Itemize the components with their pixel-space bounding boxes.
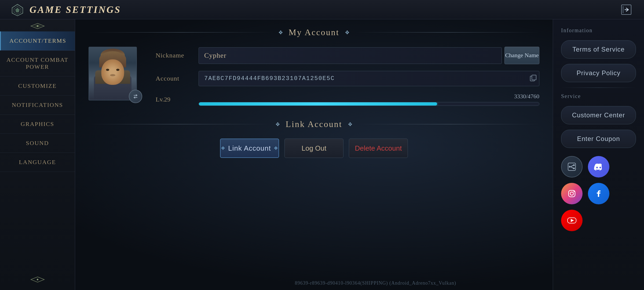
enter-coupon-button[interactable]: Enter Coupon <box>561 130 636 148</box>
account-id-row: Account 7AE8C7FD94444FB693B23107A1250E5C <box>156 71 539 86</box>
svg-point-16 <box>573 164 575 166</box>
link-account-section-title: ❖ Link Account ❖ <box>89 119 539 129</box>
sidebar-deco-bottom <box>30 276 46 285</box>
level-label: Lv.29 <box>156 96 193 103</box>
share-button[interactable] <box>561 156 583 177</box>
account-profile: Nickname Cypher Change Name Account 7AE8… <box>89 47 539 106</box>
instagram-button[interactable] <box>561 183 583 204</box>
right-panel: Information Terms of Service Privacy Pol… <box>553 19 644 290</box>
right-panel-divider <box>561 88 636 88</box>
my-account-title: My Account <box>288 27 339 37</box>
account-id-container: 7AE8C7FD94444FB693B23107A1250E5C <box>199 71 539 86</box>
link-title-line-left <box>89 124 270 124</box>
social-icons-row <box>561 156 636 231</box>
link-account-button[interactable]: Link Account <box>220 139 279 158</box>
level-xp: 3330/4760 <box>514 93 539 100</box>
header: Game Settings <box>0 0 644 19</box>
link-buttons-row: Link Account Log Out Delete Account <box>89 139 539 158</box>
header-left: Game Settings <box>11 3 121 16</box>
avatar-portrait <box>89 47 136 100</box>
avatar-switch-button[interactable] <box>129 90 142 103</box>
privacy-policy-button[interactable]: Privacy Policy <box>561 64 636 82</box>
nickname-label: Nickname <box>156 52 193 59</box>
nickname-value: Cypher <box>199 47 502 64</box>
info-section-label: Information <box>561 27 636 34</box>
sidebar-item-graphics[interactable]: Graphics <box>0 115 75 134</box>
my-account-section-title: ❖ My Account ❖ <box>89 27 539 37</box>
terms-of-service-button[interactable]: Terms of Service <box>561 40 636 59</box>
svg-point-10 <box>37 25 38 27</box>
exit-button[interactable] <box>619 3 633 17</box>
account-id-value: 7AE8C7FD94444FB693B23107A1250E5C <box>199 71 539 86</box>
nickname-value-container: Cypher Change Name <box>199 47 539 64</box>
title-line-right <box>355 32 539 32</box>
build-info: 89639-r89639-d90410-l90364(SHIPPING) (An… <box>295 280 456 286</box>
sidebar-item-language[interactable]: Language <box>0 153 75 172</box>
svg-point-12 <box>37 279 38 280</box>
game-logo-icon <box>11 3 24 16</box>
sidebar: Account/Terms Account Combat Power Custo… <box>0 19 75 290</box>
main-layout: Account/Terms Account Combat Power Custo… <box>0 19 644 290</box>
title-line-left <box>89 32 273 32</box>
discord-button[interactable] <box>588 156 609 177</box>
facebook-button[interactable] <box>588 183 609 204</box>
svg-marker-23 <box>571 219 574 222</box>
level-bar-bg <box>199 102 539 106</box>
sidebar-deco-top <box>30 22 46 30</box>
service-section-label: Service <box>561 93 636 99</box>
content-area: ❖ My Account ❖ <box>75 19 553 290</box>
svg-point-18 <box>569 166 570 168</box>
sidebar-item-sound[interactable]: Sound <box>0 134 75 153</box>
change-name-button[interactable]: Change Name <box>504 47 539 64</box>
link-account-section: ❖ Link Account ❖ Link Account Log Out De… <box>89 119 539 158</box>
avatar-frame <box>89 47 137 100</box>
sidebar-item-customize[interactable]: Customize <box>0 77 75 96</box>
page-title: Game Settings <box>30 4 121 15</box>
link-title-line-right <box>358 124 539 124</box>
youtube-button[interactable] <box>561 210 583 231</box>
svg-point-17 <box>573 168 575 169</box>
delete-account-button[interactable]: Delete Account <box>349 139 408 158</box>
svg-point-20 <box>570 192 573 195</box>
level-progress-container: 3330/4760 <box>199 93 539 106</box>
svg-rect-14 <box>532 75 536 80</box>
nickname-row: Nickname Cypher Change Name <box>156 47 539 64</box>
customer-center-button[interactable]: Customer Center <box>561 106 636 124</box>
link-account-title: Link Account <box>286 119 342 129</box>
account-label: Account <box>156 75 193 82</box>
account-fields: Nickname Cypher Change Name Account 7AE8… <box>156 47 539 106</box>
avatar-container <box>89 47 142 106</box>
sidebar-item-account-combat-power[interactable]: Account Combat Power <box>0 50 75 77</box>
logout-button[interactable]: Log Out <box>284 139 343 158</box>
level-bar-fill <box>199 102 437 106</box>
svg-point-21 <box>573 191 575 192</box>
level-row: Lv.29 3330/4760 <box>156 93 539 106</box>
sidebar-item-account-terms[interactable]: Account/Terms <box>0 31 75 50</box>
copy-account-id-button[interactable] <box>530 74 537 83</box>
sidebar-item-notifications[interactable]: Notifications <box>0 96 75 115</box>
